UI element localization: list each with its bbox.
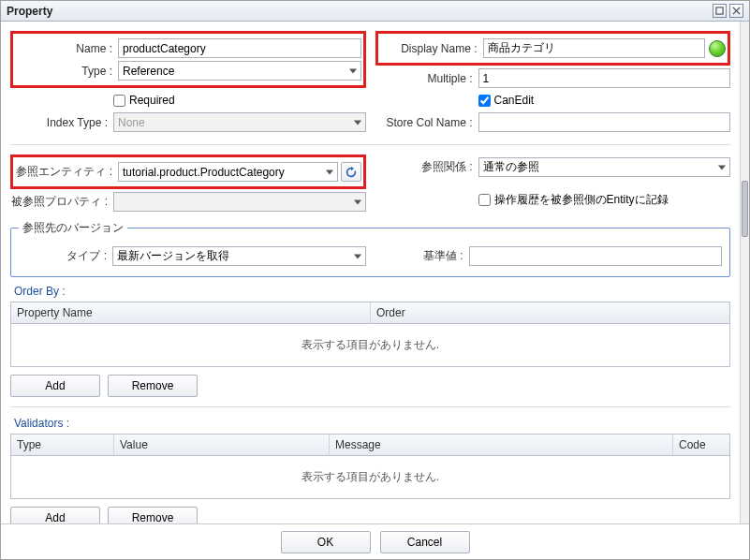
mappedby-label: 被参照プロパティ :: [10, 194, 113, 210]
name-input[interactable]: [118, 38, 361, 58]
type-select[interactable]: Reference: [118, 61, 361, 81]
versiontype-value: 最新バージョンを取得: [117, 248, 229, 264]
scrollbar-thumb[interactable]: [742, 181, 748, 237]
storecol-input: [478, 112, 731, 132]
refentity-highlight: 参照エンティティ : tutorial.product.ProductCateg…: [10, 155, 366, 189]
validators-col-type[interactable]: Type: [11, 435, 114, 455]
indextype-value: None: [118, 116, 145, 129]
multiple-input[interactable]: [478, 68, 731, 88]
audit-checkbox[interactable]: 操作履歴を被参照側のEntityに記録: [478, 192, 669, 208]
validators-grid: Type Value Message Code 表示する項目がありません.: [10, 434, 730, 499]
validators-col-message[interactable]: Message: [330, 435, 673, 455]
refrelation-select[interactable]: 通常の参照: [478, 157, 731, 177]
property-dialog: Property Name : Type : Reference Display…: [0, 0, 750, 560]
refversion-legend: 参照先のバージョン: [19, 220, 127, 236]
globe-icon[interactable]: [709, 40, 726, 57]
refresh-button[interactable]: [341, 162, 361, 182]
svg-rect-0: [716, 7, 723, 14]
refentity-select[interactable]: tutorial.product.ProductCategory: [118, 162, 338, 182]
required-text: Required: [129, 94, 175, 107]
storecol-label: Store Col Name :: [375, 116, 478, 129]
validators-col-value[interactable]: Value: [114, 435, 330, 455]
chevron-down-icon: [326, 169, 333, 174]
multiple-label: Multiple :: [375, 72, 478, 85]
close-button[interactable]: [729, 4, 743, 18]
audit-text: 操作履歴を被参照側のEntityに記録: [494, 192, 669, 208]
cancel-button[interactable]: Cancel: [380, 531, 470, 553]
versiontype-select[interactable]: 最新バージョンを取得: [112, 246, 366, 266]
min-max-button[interactable]: [713, 4, 727, 18]
chevron-down-icon: [349, 68, 357, 73]
titlebar: Property: [1, 1, 749, 22]
baseval-input: [469, 246, 723, 266]
canedit-checkbox[interactable]: CanEdit: [478, 94, 535, 107]
dialog-buttonbar: OK Cancel: [1, 523, 749, 559]
chevron-down-icon: [354, 254, 361, 258]
orderby-col-property[interactable]: Property Name: [11, 302, 371, 323]
validators-empty: 表示する項目がありません.: [11, 456, 729, 498]
type-value: Reference: [123, 65, 174, 78]
displayname-highlight: Display Name :: [375, 31, 731, 66]
window-title: Property: [7, 5, 52, 18]
refentity-label: 参照エンティティ :: [15, 164, 118, 180]
refrelation-label: 参照関係 :: [375, 159, 478, 175]
refentity-value: tutorial.product.ProductCategory: [123, 166, 285, 179]
required-checkbox[interactable]: Required: [113, 94, 175, 107]
validators-col-code[interactable]: Code: [673, 435, 729, 455]
orderby-empty: 表示する項目がありません.: [11, 324, 729, 366]
indextype-select[interactable]: None: [113, 112, 366, 132]
vertical-scrollbar[interactable]: [740, 22, 749, 523]
displayname-input[interactable]: [483, 38, 706, 58]
validators-add-button[interactable]: Add: [10, 507, 100, 523]
chevron-down-icon: [718, 165, 726, 169]
orderby-grid: Property Name Order 表示する項目がありません.: [10, 302, 730, 367]
divider: [10, 144, 730, 145]
name-type-highlight: Name : Type : Reference: [10, 31, 366, 88]
content-area: Name : Type : Reference Display Name : M…: [1, 22, 740, 523]
orderby-add-button[interactable]: Add: [10, 375, 100, 397]
validators-heading: Validators :: [14, 417, 730, 430]
type-label: Type :: [15, 65, 118, 78]
orderby-col-order[interactable]: Order: [371, 302, 729, 323]
chevron-down-icon: [354, 120, 361, 125]
chevron-down-icon: [354, 199, 361, 204]
orderby-heading: Order By :: [14, 285, 730, 298]
displayname-label: Display Name :: [380, 42, 483, 55]
canedit-text: CanEdit: [494, 94, 535, 107]
canedit-checkbox-input[interactable]: [478, 95, 491, 107]
required-checkbox-input[interactable]: [113, 95, 125, 107]
audit-checkbox-input[interactable]: [478, 194, 491, 206]
mappedby-select[interactable]: [113, 192, 366, 212]
versiontype-label: タイプ :: [19, 248, 112, 264]
refrelation-value: 通常の参照: [483, 159, 539, 175]
indextype-label: Index Type :: [10, 116, 113, 129]
ok-button[interactable]: OK: [281, 531, 371, 553]
name-label: Name :: [15, 42, 118, 55]
baseval-label: 基準値 :: [375, 248, 469, 264]
refversion-fieldset: 参照先のバージョン タイプ : 最新バージョンを取得 基準値 :: [10, 220, 730, 277]
validators-remove-button[interactable]: Remove: [108, 507, 198, 523]
orderby-remove-button[interactable]: Remove: [108, 375, 198, 397]
divider2: [10, 406, 730, 407]
